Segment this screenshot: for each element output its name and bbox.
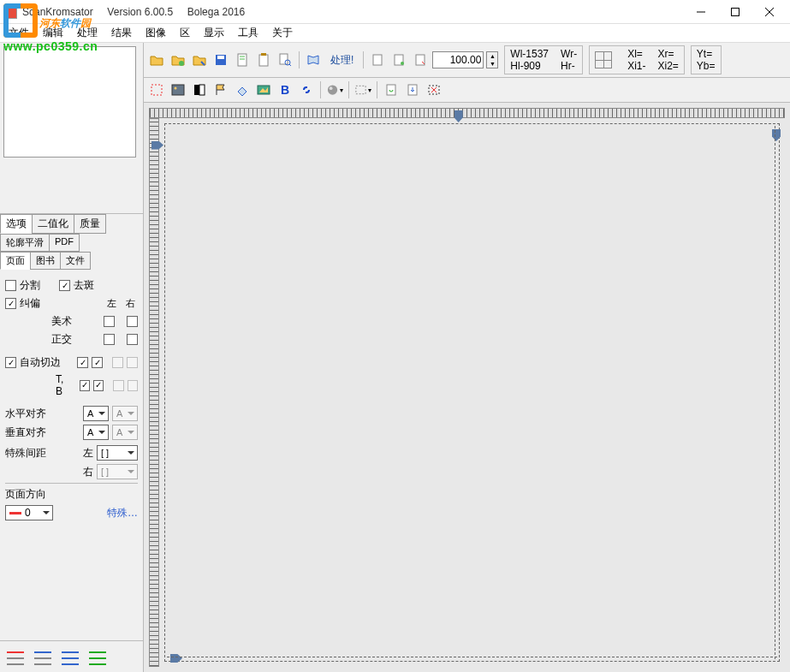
tb-l1[interactable]: [80, 380, 90, 391]
list-view-check-button[interactable]: [89, 651, 106, 665]
book-icon[interactable]: [304, 51, 323, 69]
menu-edit[interactable]: 编辑: [38, 24, 68, 42]
tab-contour[interactable]: 轮廓平滑: [0, 234, 50, 252]
svg-rect-23: [199, 85, 205, 95]
menu-view[interactable]: 显示: [199, 24, 229, 42]
crop-marker-bottom[interactable]: [170, 654, 182, 663]
open-folder-2-icon[interactable]: [169, 51, 187, 69]
ortho-right-checkbox[interactable]: [127, 334, 138, 345]
svg-rect-19: [151, 85, 162, 95]
zoom-input[interactable]: [432, 51, 484, 68]
menu-tools[interactable]: 工具: [233, 24, 264, 42]
erase-icon[interactable]: [233, 80, 252, 99]
crop-marker-right[interactable]: [772, 129, 781, 141]
thumbnail-preview[interactable]: [3, 46, 136, 158]
ortho-label: 正交: [51, 332, 72, 347]
process-button[interactable]: 处理!: [325, 53, 359, 68]
image-icon[interactable]: [169, 80, 187, 99]
halign-left-select[interactable]: A: [83, 406, 109, 421]
split-checkbox[interactable]: [5, 280, 16, 291]
deskew-checkbox[interactable]: [5, 298, 16, 309]
art-right-checkbox[interactable]: [127, 316, 138, 327]
ruler-horizontal[interactable]: [149, 108, 785, 118]
page-2-icon[interactable]: [389, 51, 408, 69]
save-icon[interactable]: [211, 51, 230, 69]
export-page-icon[interactable]: [403, 80, 422, 99]
menu-process[interactable]: 处理: [72, 24, 103, 42]
titlebar: ScanKromsator Version 6.00.5 Bolega 2016: [0, 0, 790, 24]
dashed-rect-icon[interactable]: ▾: [353, 80, 372, 99]
dimensions-panel: Wl-1537Hl-909 Wr-Hr-: [504, 45, 583, 74]
autocrop-l2[interactable]: [92, 357, 103, 368]
tab-binarize[interactable]: 二值化: [32, 214, 74, 234]
menu-zone[interactable]: 区: [175, 24, 195, 42]
despeckle-checkbox[interactable]: [59, 280, 70, 291]
list-view-1-button[interactable]: [7, 651, 24, 665]
open-folder-1-icon[interactable]: [147, 51, 166, 69]
document-icon[interactable]: [233, 51, 252, 69]
halign-label: 水平对齐: [5, 407, 46, 421]
bold-icon[interactable]: B: [276, 80, 294, 99]
guide-bottom[interactable]: [167, 657, 777, 657]
svg-rect-7: [238, 54, 247, 66]
ruler-marker-left[interactable]: [151, 141, 163, 150]
canvas-area[interactable]: [144, 103, 790, 672]
tab-book[interactable]: 图书: [30, 252, 61, 270]
ortho-left-checkbox[interactable]: [104, 334, 115, 345]
menu-image[interactable]: 图像: [140, 24, 171, 42]
page-3-icon[interactable]: [411, 51, 430, 69]
search-doc-icon[interactable]: [276, 51, 294, 69]
split-label: 分割: [20, 278, 40, 293]
tb-l2[interactable]: [93, 380, 104, 391]
art-label: 美术: [51, 314, 72, 329]
autocrop-l1[interactable]: [77, 357, 88, 368]
ruler-vertical[interactable]: [149, 118, 159, 667]
svg-rect-10: [259, 55, 268, 66]
flag-icon[interactable]: [211, 80, 230, 99]
valign-left-select[interactable]: A: [83, 425, 109, 440]
svg-rect-20: [172, 85, 184, 95]
autocrop-r1: [112, 357, 123, 368]
art-left-checkbox[interactable]: [104, 316, 115, 327]
page-1-icon[interactable]: [368, 51, 387, 69]
spacing-left-select[interactable]: [ ]: [97, 445, 138, 461]
menu-file[interactable]: 文件: [3, 24, 34, 42]
tab-file[interactable]: 文件: [60, 252, 91, 270]
svg-point-21: [175, 87, 177, 90]
refresh-page-icon[interactable]: [382, 80, 401, 99]
deskew-label: 纠偏: [20, 296, 40, 311]
minimize-button[interactable]: [684, 1, 718, 23]
close-button[interactable]: [752, 1, 787, 23]
autocrop-checkbox[interactable]: [5, 357, 16, 368]
clipboard-icon[interactable]: [254, 51, 273, 69]
page-boundary[interactable]: [164, 123, 780, 662]
crop-x-icon[interactable]: [425, 80, 443, 99]
list-view-2-button[interactable]: [34, 651, 51, 665]
open-folder-3-icon[interactable]: [190, 51, 209, 69]
select-rect-icon[interactable]: [147, 80, 166, 99]
tab-pdf[interactable]: PDF: [49, 234, 80, 252]
guide-right[interactable]: [775, 126, 775, 659]
maximize-button[interactable]: [718, 1, 752, 23]
tab-options[interactable]: 选项: [0, 214, 33, 234]
zoom-spinner[interactable]: ▲▼: [486, 51, 498, 68]
sphere-icon[interactable]: ▾: [325, 80, 344, 99]
orient-select[interactable]: 0: [5, 505, 53, 520]
list-view-3-button[interactable]: [62, 651, 79, 665]
link-icon[interactable]: [297, 80, 316, 99]
picture-icon[interactable]: [254, 80, 273, 99]
autocrop-label: 自动切边: [20, 355, 61, 370]
contrast-icon[interactable]: [190, 80, 209, 99]
tab-quality[interactable]: 质量: [74, 214, 106, 234]
tab-page[interactable]: 页面: [0, 252, 31, 270]
window-title: ScanKromsator Version 6.00.5 Bolega 2016: [22, 6, 684, 18]
special-link[interactable]: 特殊…: [107, 506, 138, 520]
menubar: 文件 编辑 处理 结果 图像 区 显示 工具 关于: [0, 24, 790, 43]
valign-label: 垂直对齐: [5, 425, 46, 440]
spacing-left-label: 左: [83, 446, 93, 461]
menu-about[interactable]: 关于: [267, 24, 298, 42]
svg-point-4: [179, 61, 184, 66]
menu-results[interactable]: 结果: [106, 24, 137, 42]
svg-point-27: [330, 86, 333, 90]
ruler-marker-top[interactable]: [454, 110, 463, 122]
